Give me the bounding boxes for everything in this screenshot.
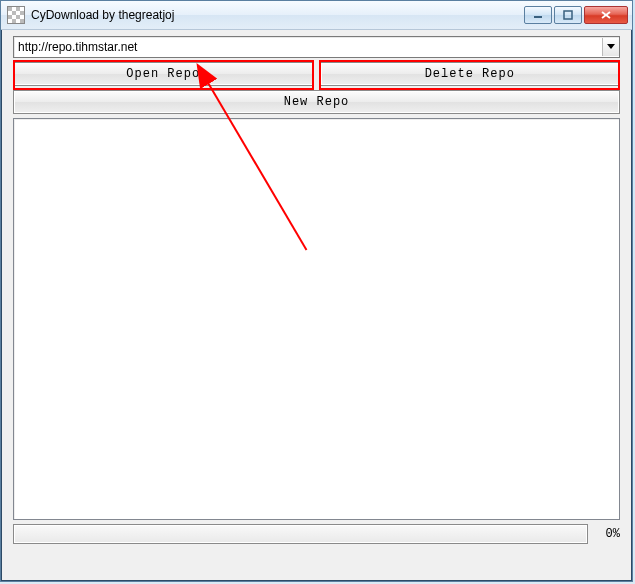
progress-bar (13, 524, 588, 544)
window-title: CyDownload by thegreatjoj (31, 8, 524, 22)
open-repo-button[interactable]: Open Repo (13, 62, 314, 86)
delete-repo-button[interactable]: Delete Repo (320, 62, 621, 86)
close-button[interactable] (584, 6, 628, 24)
new-repo-label: New Repo (284, 95, 350, 109)
open-repo-label: Open Repo (126, 67, 200, 81)
app-window: CyDownload by thegreatjoj (0, 0, 633, 582)
minimize-button[interactable] (524, 6, 552, 24)
new-repo-button[interactable]: New Repo (13, 90, 620, 114)
maximize-icon (563, 10, 573, 20)
maximize-button[interactable] (554, 6, 582, 24)
chevron-down-icon (607, 44, 615, 50)
delete-repo-label: Delete Repo (425, 67, 515, 81)
minimize-icon (533, 10, 543, 20)
window-controls (524, 6, 628, 24)
svg-rect-1 (564, 11, 572, 19)
svg-marker-4 (607, 44, 615, 49)
app-icon (7, 6, 25, 24)
client-area: Open Repo Delete Repo New Repo 0% (7, 30, 626, 575)
repo-url-combobox[interactable] (13, 36, 620, 58)
repo-url-dropdown-button[interactable] (602, 38, 619, 56)
close-icon (600, 10, 612, 20)
package-list[interactable] (13, 118, 620, 520)
progress-percent: 0% (594, 524, 620, 544)
repo-url-input[interactable] (14, 38, 602, 56)
title-bar: CyDownload by thegreatjoj (1, 1, 632, 30)
